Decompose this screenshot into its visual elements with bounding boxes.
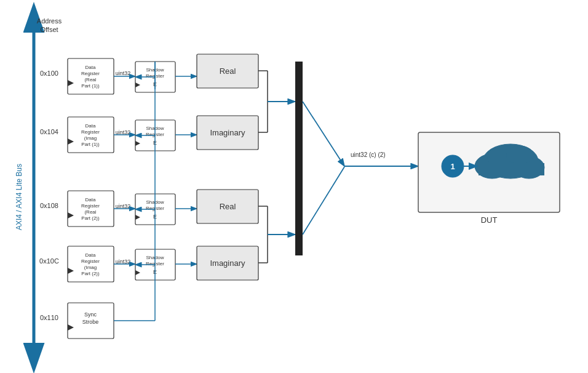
data-reg-label4-0x104: Part (1))	[81, 142, 100, 147]
data-reg-0x100	[68, 58, 114, 94]
mux-imag-label-1: Imaginary	[210, 128, 245, 137]
dut-cloud-top2	[506, 146, 533, 164]
data-reg-label2-0x100: Register	[81, 71, 100, 76]
data-reg-label-0x10c: Data	[85, 252, 96, 258]
dut-node-label: 1	[450, 162, 455, 171]
data-reg-label-0x104: Data	[85, 123, 96, 129]
data-reg-label3-0x100: (Real	[84, 77, 96, 82]
data-reg-label-0x108: Data	[85, 197, 96, 203]
line-barrier-output1	[303, 102, 344, 166]
addr-0x108: 0x108	[40, 202, 58, 209]
dut-label: DUT	[481, 215, 498, 225]
data-reg-label-0x100: Data	[85, 65, 96, 70]
address-offset-label2: Offset	[40, 26, 58, 33]
data-reg-label4-0x100: Part (1))	[81, 83, 100, 89]
data-reg-0x108	[68, 191, 114, 227]
output-signal-label: uint32 (c) (2)	[351, 151, 386, 158]
mux-real-label-2: Real	[220, 202, 236, 211]
data-reg-label2-0x108: Register	[81, 203, 100, 209]
addr-0x110: 0x110	[40, 314, 58, 321]
diagram: AXI4 / AXI4 Lite Bus Address Offset 0x10…	[0, 0, 588, 373]
addr-0x104: 0x104	[40, 128, 58, 135]
mux-imag-label-2: Imaginary	[210, 259, 245, 268]
bus-label: AXI4 / AXI4 Lite Bus	[15, 164, 23, 230]
dut-cloud-base	[479, 163, 544, 175]
data-reg-0x104	[68, 117, 114, 153]
sync-label2: Strobe	[82, 319, 99, 325]
barrier	[295, 62, 303, 255]
data-reg-label2-0x104: Register	[81, 129, 100, 135]
mux-real-label-1: Real	[220, 66, 236, 76]
address-offset-label: Address	[37, 17, 62, 25]
data-reg-0x10c	[68, 246, 114, 282]
sync-label1: Sync	[84, 311, 97, 318]
addr-0x100: 0x100	[40, 70, 58, 77]
main-diagram-svg: AXI4 / AXI4 Lite Bus Address Offset 0x10…	[0, 0, 588, 373]
addr-0x10c: 0x10C	[39, 257, 59, 265]
data-reg-label3-0x10c: (Imag	[84, 265, 97, 270]
data-reg-label4-0x108: Part (2))	[81, 215, 100, 221]
uint32-0x100: uint32	[116, 70, 131, 76]
line-barrier-output2	[303, 167, 344, 235]
data-reg-label3-0x108: (Real	[84, 209, 96, 215]
data-reg-label4-0x10c: Part (2))	[81, 271, 100, 276]
data-reg-label3-0x104: (Imag	[84, 135, 97, 141]
data-reg-label2-0x10c: Register	[81, 259, 100, 264]
